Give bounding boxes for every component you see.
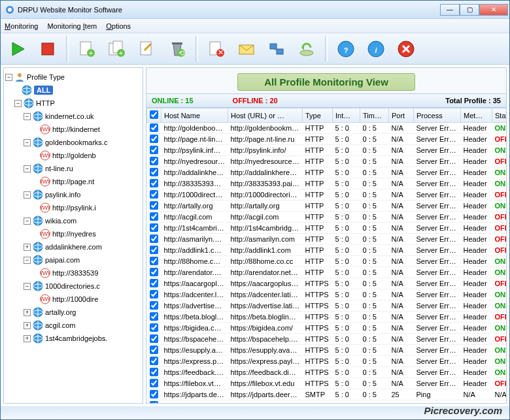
col-timeout[interactable]: Tim… xyxy=(360,108,389,123)
tree-node[interactable]: −wikia.com xyxy=(5,214,141,227)
row-checkbox[interactable] xyxy=(150,190,158,199)
close-button[interactable]: ✕ xyxy=(479,4,508,16)
add-page-button[interactable]: + xyxy=(75,37,99,61)
row-checkbox[interactable] xyxy=(150,146,158,154)
row-checkbox[interactable] xyxy=(150,123,158,132)
col-port[interactable]: Port xyxy=(389,108,414,123)
profile-tree[interactable]: −Profile TypeALL−HTTP−kindernet.co.ukwww… xyxy=(3,67,143,404)
table-row[interactable]: http://artally.orghttp://artally.orgHTTP… xyxy=(147,201,507,212)
tree-node[interactable]: −goldenbookmarks.c xyxy=(5,136,141,149)
table-row[interactable]: https://filebox.vt…https://filebox.vt.ed… xyxy=(147,378,507,389)
tree-node[interactable]: −HTTP xyxy=(5,97,141,110)
add-multi-button[interactable]: + xyxy=(105,37,129,61)
table-row[interactable]: http://nyedresour…http://nyedresource…HT… xyxy=(147,156,507,167)
table-row[interactable]: http://goldenboo…http://goldenbookm…HTTP… xyxy=(147,123,507,134)
info-button[interactable]: i xyxy=(364,37,388,61)
tree-node[interactable]: wwwhttp://kindernet xyxy=(5,123,141,136)
table-row[interactable]: http://asmarilyn.…http://asmarilyn.comHT… xyxy=(147,234,507,245)
row-checkbox[interactable] xyxy=(150,401,158,404)
table-row[interactable]: http://acgil.comhttp://acgil.comHTTP5 : … xyxy=(147,212,507,223)
minimize-button[interactable]: — xyxy=(440,4,460,16)
stop-button[interactable] xyxy=(36,37,60,61)
tree-node[interactable]: wwwhttp://nyedres xyxy=(5,227,141,240)
maximize-button[interactable]: ▢ xyxy=(460,4,479,16)
col-process[interactable]: Process xyxy=(414,108,461,123)
col-status[interactable]: Stat… xyxy=(492,108,507,123)
menu-options[interactable]: Options xyxy=(106,22,131,30)
row-checkbox[interactable] xyxy=(150,301,158,310)
row-checkbox[interactable] xyxy=(150,223,158,232)
row-checkbox[interactable] xyxy=(150,357,158,365)
row-checkbox[interactable] xyxy=(150,334,158,343)
row-checkbox[interactable] xyxy=(150,234,158,243)
tree-node[interactable]: −Profile Type xyxy=(5,71,141,84)
table-row[interactable]: https://esupply.a…https://esupply.ava…HT… xyxy=(147,345,507,356)
col-method[interactable]: Met… xyxy=(461,108,492,123)
tree-node[interactable]: wwwhttp://psylink.i xyxy=(5,201,141,214)
table-row[interactable]: http://addlink1.c…http://addlink1.comHTT… xyxy=(147,245,507,256)
row-checkbox[interactable] xyxy=(150,157,158,165)
row-checkbox[interactable] xyxy=(150,323,158,332)
table-row[interactable]: https://jdparts.de…https://jdparts.deer…… xyxy=(147,389,507,400)
row-checkbox[interactable] xyxy=(150,257,158,265)
refresh-button[interactable] xyxy=(295,37,318,61)
table-row[interactable]: https://aacargopl…https://aacargoplus…HT… xyxy=(147,278,507,289)
row-checkbox[interactable] xyxy=(150,135,158,143)
tree-node[interactable]: −psylink.info xyxy=(5,188,141,201)
monitor-grid[interactable]: Host NameHost (URL) or …TypeInt…Tim…Port… xyxy=(146,108,506,403)
row-checkbox[interactable] xyxy=(150,212,158,221)
menu-monitoring-item[interactable]: Monitoring Item xyxy=(47,22,97,30)
table-row[interactable]: https://adcenter.l…https://adcenter.lati… xyxy=(147,289,507,300)
table-row[interactable]: http://psylink.inf…http://psylink.info/H… xyxy=(147,145,507,156)
table-row[interactable]: https://bigidea.c…https://bigidea.com/HT… xyxy=(147,323,507,334)
table-row[interactable]: http://1st4cambri…http://1st4cambridg…HT… xyxy=(147,223,507,234)
mail-button[interactable] xyxy=(235,37,258,61)
tree-node[interactable]: −nt-line.ru xyxy=(5,162,141,175)
row-checkbox[interactable] xyxy=(150,246,158,254)
table-row[interactable]: http://88home.c…http://88home.co.ccHTTP5… xyxy=(147,256,507,267)
network-button[interactable] xyxy=(265,37,288,61)
table-row[interactable]: https://bspacehel…https://bspacehelp.…HT… xyxy=(147,334,507,345)
col-host_name[interactable]: Host Name xyxy=(162,108,228,123)
tree-node[interactable]: +acgil.com xyxy=(5,319,141,332)
row-checkbox[interactable] xyxy=(150,201,158,210)
table-row[interactable]: https://library.la…https://library.law.s… xyxy=(147,400,507,404)
table-row[interactable]: https://beta.blogl…https://beta.blogline… xyxy=(147,312,507,323)
row-checkbox[interactable] xyxy=(150,268,158,276)
tree-node[interactable]: +artally.org xyxy=(5,306,141,319)
play-button[interactable] xyxy=(6,37,29,61)
table-row[interactable]: https://express.p…https://express.payl…H… xyxy=(147,356,507,367)
col-type[interactable]: Type xyxy=(303,108,333,123)
table-row[interactable]: https://feedback.…https://feedback.di…HT… xyxy=(147,367,507,378)
doc-remove-button[interactable]: ✕ xyxy=(205,37,228,61)
row-checkbox[interactable] xyxy=(150,379,158,387)
menu-monitoring[interactable]: Monitoring xyxy=(5,22,38,30)
tree-node[interactable]: −1000directories.c xyxy=(5,280,141,293)
edit-button[interactable] xyxy=(135,37,159,61)
col-check[interactable] xyxy=(147,108,162,123)
row-checkbox[interactable] xyxy=(150,168,158,176)
tree-node[interactable]: ALL xyxy=(5,84,141,97)
tree-node[interactable]: wwwhttp://3833539 xyxy=(5,267,141,280)
tree-node[interactable]: +addalinkhere.com xyxy=(5,240,141,253)
tree-node[interactable]: wwwhttp://1000dire xyxy=(5,293,141,306)
row-checkbox[interactable] xyxy=(150,390,158,398)
delete-button[interactable]: ⟲ xyxy=(165,37,189,61)
tree-node[interactable]: −paipai.com xyxy=(5,253,141,267)
row-checkbox[interactable] xyxy=(150,312,158,321)
help-button[interactable]: ? xyxy=(334,37,358,61)
tree-node[interactable]: −kindernet.co.uk xyxy=(5,110,141,123)
tree-node[interactable]: wwwhttp://page.nt xyxy=(5,175,141,188)
col-host_url[interactable]: Host (URL) or … xyxy=(228,108,303,123)
tree-node[interactable]: wwwhttp://goldenb xyxy=(5,149,141,162)
table-row[interactable]: http://page.nt-lin…http://page.nt-line.r… xyxy=(147,134,507,145)
exit-button[interactable] xyxy=(394,37,418,61)
table-row[interactable]: http://1000direct…http://1000directori…H… xyxy=(147,189,507,201)
row-checkbox[interactable] xyxy=(150,279,158,287)
row-checkbox[interactable] xyxy=(150,290,158,299)
table-row[interactable]: http://addalinkhe…http://addalinkhere…HT… xyxy=(147,167,507,178)
table-row[interactable]: http://38335393…http://38335393.pai…HTTP… xyxy=(147,178,507,189)
row-checkbox[interactable] xyxy=(150,179,158,187)
col-interval[interactable]: Int… xyxy=(333,108,360,123)
table-row[interactable]: https://advertise…https://advertise.lati… xyxy=(147,300,507,312)
